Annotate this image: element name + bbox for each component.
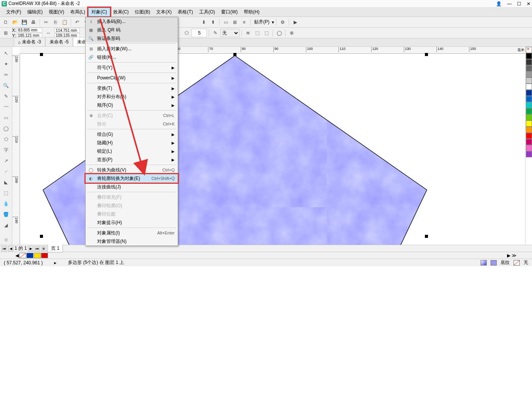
color-none[interactable]: × <box>526 47 532 53</box>
menu-insert-barcode[interactable]: ⦀插入条码(B)... <box>86 17 178 26</box>
color-white[interactable] <box>526 84 532 90</box>
fullscreen-button[interactable]: ▭ <box>221 18 230 26</box>
shape-tool[interactable]: ✦ <box>1 59 11 69</box>
menu-group[interactable]: 组合(G)▶ <box>86 130 178 138</box>
undo-button[interactable]: ↶ <box>73 18 81 26</box>
color-palette[interactable]: × <box>525 47 532 245</box>
new-doc-button[interactable]: 🗋 <box>2 18 10 26</box>
page-first-button[interactable]: ⏮ <box>2 246 7 251</box>
menu-layout[interactable]: 布局(L) <box>67 8 88 16</box>
menu-help[interactable]: 帮助(H) <box>241 8 263 16</box>
page-add-button[interactable]: ⊕ <box>41 246 46 251</box>
palette-red[interactable] <box>41 253 48 258</box>
outline-width-select[interactable]: 无 <box>220 29 240 37</box>
wrap-text-button[interactable]: ≋ <box>244 29 252 37</box>
menu-bitmap[interactable]: 位图(B) <box>132 8 153 16</box>
menu-object-properties[interactable]: 对象属性(I)Alt+Enter <box>86 229 178 237</box>
import-button[interactable]: ⬇ <box>200 18 208 26</box>
menu-lock[interactable]: 锁定(L)▶ <box>86 147 178 155</box>
ellipse-tool[interactable]: ◯ <box>1 124 11 134</box>
page-tab-1[interactable]: 页 1 <box>48 244 63 252</box>
drop-shadow-tool[interactable]: ◣ <box>1 177 11 187</box>
menu-hide[interactable]: 隐藏(H)▶ <box>86 138 178 147</box>
menu-link[interactable]: 🔗链接(K)... <box>86 53 178 61</box>
menu-join-curves[interactable]: 连接曲线(J) <box>86 183 178 191</box>
menu-align[interactable]: 对齐和分布(A)▶ <box>86 92 178 101</box>
convert-curves-button[interactable]: ◯ <box>275 29 283 37</box>
status-fill-swatch[interactable] <box>481 260 487 265</box>
menu-window[interactable]: 窗口(W) <box>218 8 241 16</box>
close-button[interactable]: ✕ <box>527 1 530 7</box>
menu-tools[interactable]: 工具(O) <box>196 8 218 16</box>
minimize-button[interactable]: — <box>507 1 512 7</box>
color-arrow-left[interactable]: ◀ <box>15 253 19 258</box>
connector-tool[interactable]: ⟋ <box>1 167 11 176</box>
rectangle-tool[interactable]: ▭ <box>1 113 11 123</box>
add-button[interactable]: ⊕ <box>287 29 296 37</box>
fill-tool[interactable]: 🪣 <box>1 209 11 219</box>
palette-yellow[interactable] <box>34 253 41 258</box>
zoom-tool[interactable]: 🔍 <box>1 81 11 91</box>
polygon-tool[interactable]: ⬠ <box>1 134 11 144</box>
doc-tab-2[interactable]: 未命名 -5 <box>45 37 73 46</box>
print-button[interactable]: 🖶 <box>29 18 38 26</box>
color-cyan[interactable] <box>526 102 532 108</box>
menu-effect[interactable]: 效果(C) <box>110 8 132 16</box>
outline-tool[interactable]: ◢ <box>1 220 11 230</box>
options-button[interactable]: ⚙ <box>278 18 287 26</box>
color-magenta[interactable] <box>526 139 532 145</box>
paste-button[interactable]: 📋 <box>60 18 69 26</box>
crop-tool[interactable]: ✂ <box>1 70 11 80</box>
color-dark[interactable] <box>526 59 532 65</box>
pick-tool[interactable]: ↖ <box>1 48 11 58</box>
menu-powerclip[interactable]: PowerClip(W)▶ <box>86 74 178 82</box>
color-gray[interactable] <box>526 65 532 71</box>
export-button[interactable]: ⬆ <box>209 18 217 26</box>
color-red[interactable] <box>526 133 532 139</box>
menu-order[interactable]: 顺序(O)▶ <box>86 101 178 109</box>
palette-blue[interactable] <box>26 253 33 258</box>
transparency-tool[interactable]: ⬚ <box>1 188 11 198</box>
width-input[interactable] <box>55 28 80 33</box>
menu-insert-new[interactable]: ⊞插入新对象(W)... <box>86 45 178 53</box>
status-outline-swatch[interactable] <box>514 260 520 265</box>
user-icon[interactable]: 👤 <box>496 1 502 7</box>
x-input[interactable] <box>17 28 42 33</box>
smart-draw-tool[interactable]: 〰 <box>1 102 11 112</box>
grid-button[interactable]: ⊞ <box>231 18 239 26</box>
dimension-tool[interactable]: ↗ <box>1 156 11 166</box>
selection-handle-ne[interactable] <box>425 53 428 56</box>
menu-shape[interactable]: 造形(P)▶ <box>86 155 178 164</box>
menu-view[interactable]: 视图(V) <box>46 8 67 16</box>
status-texture-swatch[interactable] <box>491 260 497 265</box>
color-pink[interactable] <box>526 145 532 151</box>
sides-input[interactable] <box>192 29 207 37</box>
eyedropper-tool[interactable]: 💧 <box>1 199 11 209</box>
maximize-button[interactable]: ☐ <box>517 1 521 7</box>
to-back-button[interactable]: ⬚ <box>262 29 271 37</box>
freehand-tool[interactable]: ✎ <box>1 91 11 101</box>
color-yellow[interactable] <box>526 120 532 127</box>
color-lime[interactable] <box>526 114 532 120</box>
color-black[interactable] <box>526 53 532 59</box>
page-next-button[interactable]: ▶ <box>28 246 33 251</box>
menu-text[interactable]: 文本(X) <box>153 8 175 16</box>
open-button[interactable]: 📂 <box>11 18 19 26</box>
menu-insert-qr[interactable]: ▦插入 QR 码 <box>86 26 178 34</box>
selection-handle-nw[interactable] <box>40 53 43 56</box>
color-navy[interactable] <box>526 90 532 96</box>
color-arrow-right[interactable]: ▶ ≫ <box>507 253 517 258</box>
align-button[interactable]: ≡ <box>240 18 248 26</box>
snap-dropdown[interactable]: 贴齐(P) <box>253 19 271 25</box>
menu-symbols[interactable]: 符号(Y)▶ <box>86 63 178 72</box>
menu-outline-to-object[interactable]: ◐将轮廓转换为对象(E)Ctrl+Shift+Q <box>86 174 178 183</box>
menu-transform[interactable]: 变换(T)▶ <box>86 84 178 92</box>
page-prev-button[interactable]: ◀ <box>8 246 13 251</box>
color-purple[interactable] <box>526 151 532 157</box>
color-green[interactable] <box>526 108 532 114</box>
doc-tab-1[interactable]: ⌂未命名 -3 <box>14 37 45 46</box>
add-tool[interactable]: ⊕ <box>1 235 11 245</box>
menu-file[interactable]: 文件(F) <box>3 8 24 16</box>
menu-object-manager[interactable]: 对象管理器(N) <box>86 237 178 246</box>
selection-handle-w[interactable] <box>40 235 43 238</box>
